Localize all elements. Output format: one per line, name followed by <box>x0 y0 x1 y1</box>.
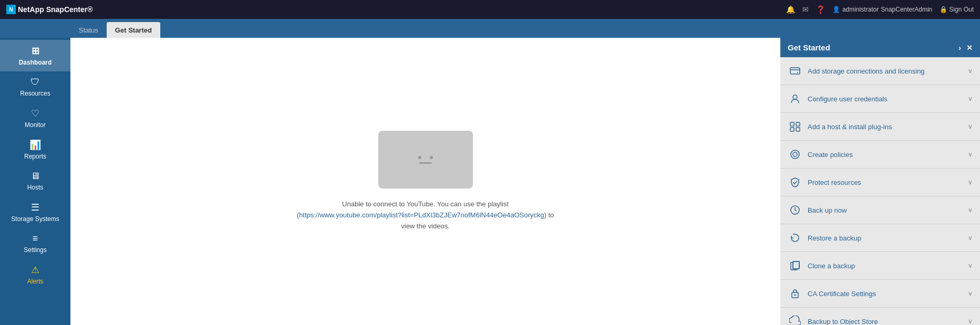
panel-item-configure-user[interactable]: Configure user credentials ∨ <box>780 85 980 113</box>
sign-out-button[interactable]: 🔒 Sign Out <box>940 6 974 13</box>
svg-rect-4 <box>790 122 794 126</box>
mouth <box>419 162 432 164</box>
sidebar-item-resources[interactable]: 🛡 Resources <box>0 71 70 102</box>
sidebar-label-reports: Reports <box>24 153 46 160</box>
create-policies-label: Create policies <box>808 151 853 159</box>
header-actions: 🔔 ✉ ❓ 👤 administrator SnapCenterAdmin 🔒 … <box>786 5 974 14</box>
panel-item-add-storage[interactable]: Add storage connections and licensing ∨ <box>780 57 980 85</box>
help-icon[interactable]: ❓ <box>816 5 825 14</box>
left-eye <box>418 156 421 159</box>
sidebar-item-storage-systems[interactable]: ☰ Storage Systems <box>0 196 70 228</box>
video-placeholder: Unable to connect to YouTube. You can us… <box>294 131 557 232</box>
eyes <box>418 156 433 159</box>
app-logo-area: N NetApp SnapCenter® <box>6 5 93 14</box>
panel-item-back-up-now[interactable]: Back up now ∨ <box>780 196 980 224</box>
clone-backup-icon <box>788 258 802 273</box>
settings-icon: ≡ <box>33 233 38 244</box>
reports-icon: 📊 <box>29 139 41 151</box>
configure-user-label: Configure user credentials <box>808 95 888 103</box>
backup-object-store-icon <box>788 314 802 325</box>
sidebar-label-storage-systems: Storage Systems <box>11 215 59 223</box>
svg-rect-0 <box>790 68 800 74</box>
panel-item-clone-backup[interactable]: Clone a backup ∨ <box>780 252 980 280</box>
svg-rect-6 <box>790 128 794 131</box>
panel-item-ca-certificate[interactable]: CA Certificate Settings ∨ <box>780 280 980 308</box>
panel-close-button[interactable]: ✕ <box>966 44 973 52</box>
restore-backup-chevron: ∨ <box>968 234 973 242</box>
sidebar-label-alerts: Alerts <box>27 278 44 285</box>
top-header: N NetApp SnapCenter® 🔔 ✉ ❓ 👤 administrat… <box>0 0 980 19</box>
svg-point-9 <box>793 152 797 156</box>
mail-icon[interactable]: ✉ <box>802 5 809 14</box>
panel-title: Get Started <box>788 43 830 52</box>
clone-backup-label: Clone a backup <box>808 262 855 270</box>
netapp-logo: N NetApp SnapCenter® <box>6 5 93 14</box>
ca-certificate-label: CA Certificate Settings <box>808 290 876 298</box>
svg-rect-7 <box>796 128 800 131</box>
sidebar-item-monitor[interactable]: ♡ Monitor <box>0 102 70 134</box>
content-wrapper: Unable to connect to YouTube. You can us… <box>70 38 980 325</box>
clone-backup-chevron: ∨ <box>968 262 973 269</box>
panel-item-restore-backup[interactable]: Restore a backup ∨ <box>780 224 980 252</box>
panel-chevron-right[interactable]: › <box>958 44 961 52</box>
admin-label: SnapCenterAdmin <box>881 6 932 13</box>
lock-icon: 🔒 <box>940 6 947 13</box>
sidebar-label-settings: Settings <box>24 246 46 254</box>
add-host-label: Add a host & install plug-ins <box>808 123 892 131</box>
protect-resources-chevron: ∨ <box>968 179 973 186</box>
video-error-message: Unable to connect to YouTube. You can us… <box>294 199 557 232</box>
panel-item-protect-resources[interactable]: Protect resources ∨ <box>780 169 980 196</box>
backup-object-store-chevron: ∨ <box>968 318 973 325</box>
svg-rect-12 <box>793 261 799 269</box>
user-info[interactable]: 👤 administrator SnapCenterAdmin <box>832 6 932 13</box>
alerts-icon: ⚠ <box>31 264 39 276</box>
user-name: administrator <box>842 6 879 13</box>
svg-point-15 <box>795 295 796 296</box>
sidebar-item-hosts[interactable]: 🖥 Hosts <box>0 165 70 196</box>
create-policies-icon <box>788 147 802 162</box>
get-started-panel: Get Started › ✕ Add storage connect <box>780 38 980 325</box>
dashboard-icon: ⊞ <box>32 45 39 57</box>
panel-item-add-host[interactable]: Add a host & install plug-ins ∨ <box>780 113 980 141</box>
user-icon: 👤 <box>832 6 840 13</box>
add-host-icon <box>788 119 802 134</box>
protect-resources-label: Protect resources <box>808 179 861 186</box>
panel-item-create-policies[interactable]: Create policies ∨ <box>780 141 980 169</box>
configure-user-icon <box>788 91 802 106</box>
add-storage-icon <box>788 64 802 78</box>
ca-certificate-icon <box>788 286 802 301</box>
logo-icon: N <box>6 5 16 14</box>
sidebar-item-settings[interactable]: ≡ Settings <box>0 228 70 259</box>
content-area: Unable to connect to YouTube. You can us… <box>70 38 780 325</box>
storage-systems-icon: ☰ <box>31 202 39 213</box>
sidebar-item-alerts[interactable]: ⚠ Alerts <box>0 259 70 290</box>
sidebar-label-hosts: Hosts <box>27 184 44 191</box>
svg-rect-5 <box>796 122 800 126</box>
tab-bar: Status Get Started <box>0 19 980 38</box>
panel-header-actions: › ✕ <box>958 44 973 52</box>
tab-get-started[interactable]: Get Started <box>107 22 160 38</box>
tab-status[interactable]: Status <box>70 22 107 38</box>
playlist-link[interactable]: https://www.youtube.com/playlist?list=PL… <box>299 211 544 219</box>
restore-backup-icon <box>788 230 802 245</box>
add-host-chevron: ∨ <box>968 123 973 130</box>
sidebar-item-dashboard[interactable]: ⊞ Dashboard <box>0 40 70 71</box>
svg-point-3 <box>793 95 797 99</box>
resources-icon: 🛡 <box>30 77 40 88</box>
restore-backup-label: Restore a backup <box>808 234 861 242</box>
backup-object-store-label: Backup to Object Store <box>808 318 878 326</box>
sidebar-item-reports[interactable]: 📊 Reports <box>0 134 70 165</box>
create-policies-chevron: ∨ <box>968 151 973 158</box>
back-up-now-label: Back up now <box>808 206 847 214</box>
sidebar-label-monitor: Monitor <box>25 121 46 129</box>
back-up-now-chevron: ∨ <box>968 206 973 214</box>
panel-item-backup-object-store[interactable]: Backup to Object Store ∨ <box>780 308 980 325</box>
main-layout: ⊞ Dashboard 🛡 Resources ♡ Monitor 📊 Repo… <box>0 38 980 325</box>
svg-point-8 <box>791 150 799 159</box>
bell-icon[interactable]: 🔔 <box>786 5 795 14</box>
configure-user-chevron: ∨ <box>968 95 973 102</box>
sidebar-label-dashboard: Dashboard <box>19 59 52 66</box>
svg-point-2 <box>797 72 798 73</box>
video-error-box <box>378 131 473 188</box>
right-eye <box>430 156 433 159</box>
